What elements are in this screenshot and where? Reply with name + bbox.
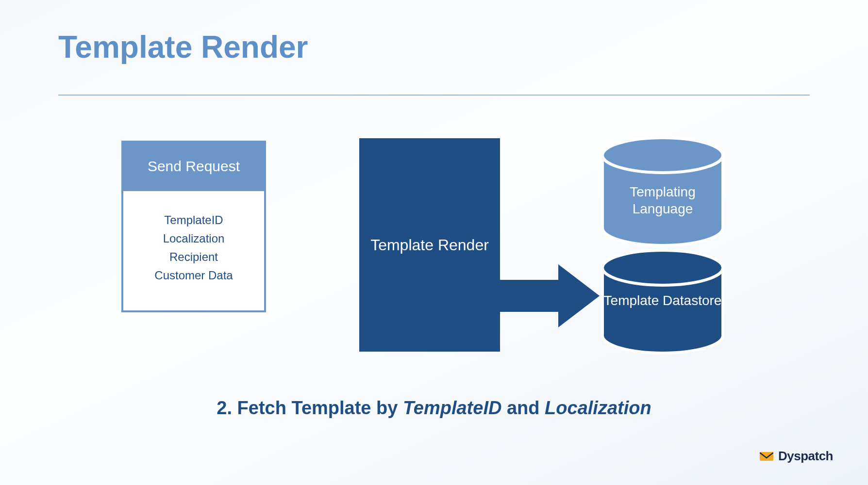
templating-language-label: Templating Language	[600, 183, 726, 217]
svg-point-5	[602, 138, 723, 173]
svg-marker-0	[500, 264, 600, 327]
send-request-header: Send Request	[123, 143, 264, 191]
send-request-field: Localization	[128, 232, 259, 245]
dyspatch-logo: Dyspatch	[760, 449, 833, 464]
send-request-body: TemplateID Localization Recipient Custom…	[123, 191, 264, 310]
template-datastore-cylinder: Template Datastore	[600, 248, 726, 355]
step-caption: 2. Fetch Template by TemplateID and Loca…	[0, 398, 868, 419]
envelope-icon	[760, 451, 773, 462]
caption-mid: and	[501, 398, 545, 418]
send-request-field: Customer Data	[128, 269, 259, 282]
svg-point-10	[602, 250, 723, 285]
title-divider	[58, 95, 810, 96]
slide: Template Render Send Request TemplateID …	[0, 0, 868, 485]
logo-text: Dyspatch	[778, 449, 833, 464]
slide-title: Template Render	[58, 29, 308, 65]
caption-em-2: Localization	[545, 398, 651, 418]
template-datastore-label: Template Datastore	[600, 292, 726, 309]
send-request-field: TemplateID	[128, 213, 259, 227]
template-render-label: Template Render	[370, 236, 489, 254]
templating-language-cylinder: Templating Language	[600, 136, 726, 247]
svg-rect-11	[760, 452, 773, 461]
caption-em-1: TemplateID	[403, 398, 501, 418]
caption-prefix: 2. Fetch Template by	[217, 398, 403, 418]
send-request-card: Send Request TemplateID Localization Rec…	[121, 141, 266, 312]
template-render-block: Template Render	[359, 138, 500, 352]
send-request-field: Recipient	[128, 250, 259, 264]
arrow-icon	[500, 264, 600, 327]
